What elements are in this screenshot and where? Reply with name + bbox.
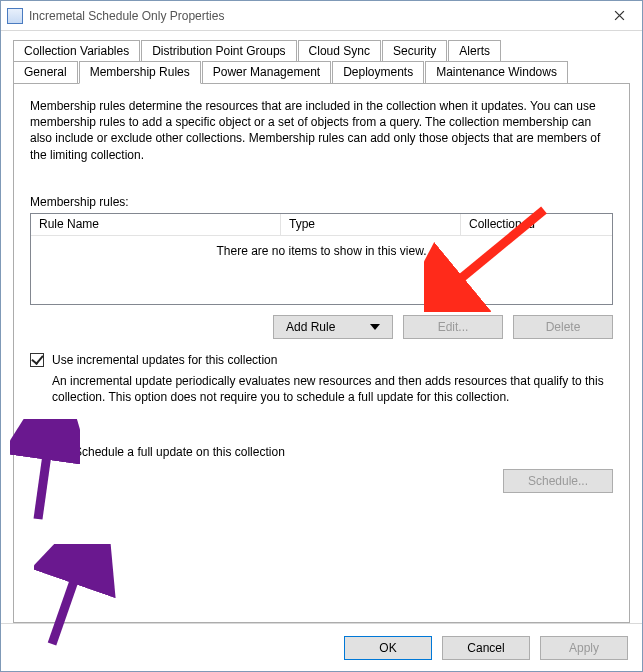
tab-collection-variables[interactable]: Collection Variables: [13, 40, 140, 62]
delete-button: Delete: [513, 315, 613, 339]
grid-empty-message: There are no items to show in this view.: [31, 236, 612, 304]
client-area: Collection Variables Distribution Point …: [1, 31, 642, 623]
schedule-row: Schedule...: [30, 469, 613, 493]
cancel-button[interactable]: Cancel: [442, 636, 530, 660]
schedule-button: Schedule...: [503, 469, 613, 493]
tab-maintenance-windows[interactable]: Maintenance Windows: [425, 61, 568, 84]
page-description: Membership rules determine the resources…: [30, 98, 613, 163]
full-update-label: Schedule a full update on this collectio…: [74, 445, 285, 459]
incremental-row: Use incremental updates for this collect…: [30, 353, 613, 367]
tab-alerts[interactable]: Alerts: [448, 40, 501, 62]
full-update-checkbox[interactable]: [52, 445, 66, 459]
window-title: Incremetal Schedule Only Properties: [29, 9, 597, 23]
membership-rules-label: Membership rules:: [30, 195, 613, 209]
incremental-checkbox[interactable]: [30, 353, 44, 367]
full-update-row: Schedule a full update on this collectio…: [52, 445, 613, 459]
column-collection-id[interactable]: Collection Id: [461, 214, 612, 235]
incremental-description: An incremental update periodically evalu…: [52, 373, 613, 405]
rules-grid[interactable]: Rule Name Type Collection Id There are n…: [30, 213, 613, 305]
tab-membership-rules[interactable]: Membership Rules: [79, 61, 201, 84]
tab-distribution-point-groups[interactable]: Distribution Point Groups: [141, 40, 296, 62]
tab-cloud-sync[interactable]: Cloud Sync: [298, 40, 381, 62]
chevron-down-icon: [370, 324, 380, 330]
tab-row-1: Collection Variables Distribution Point …: [13, 39, 502, 61]
app-icon: [7, 8, 23, 24]
close-button[interactable]: [597, 1, 642, 30]
tab-power-management[interactable]: Power Management: [202, 61, 331, 84]
add-rule-button[interactable]: Add Rule: [273, 315, 393, 339]
close-icon: [614, 10, 625, 21]
incremental-label: Use incremental updates for this collect…: [52, 353, 277, 367]
dialog-window: Incremetal Schedule Only Properties Coll…: [0, 0, 643, 672]
add-rule-label: Add Rule: [286, 320, 335, 334]
apply-button: Apply: [540, 636, 628, 660]
column-rule-name[interactable]: Rule Name: [31, 214, 281, 235]
column-type[interactable]: Type: [281, 214, 461, 235]
rule-button-row: Add Rule Edit... Delete: [30, 315, 613, 339]
edit-button: Edit...: [403, 315, 503, 339]
tab-security[interactable]: Security: [382, 40, 447, 62]
tab-row-2: General Membership Rules Power Managemen…: [13, 60, 569, 83]
tab-deployments[interactable]: Deployments: [332, 61, 424, 84]
tab-strip: Collection Variables Distribution Point …: [13, 39, 630, 83]
titlebar: Incremetal Schedule Only Properties: [1, 1, 642, 31]
grid-header: Rule Name Type Collection Id: [31, 214, 612, 236]
dialog-footer: OK Cancel Apply: [1, 623, 642, 671]
tab-general[interactable]: General: [13, 61, 78, 84]
ok-button[interactable]: OK: [344, 636, 432, 660]
tab-page-membership-rules: Membership rules determine the resources…: [13, 83, 630, 623]
